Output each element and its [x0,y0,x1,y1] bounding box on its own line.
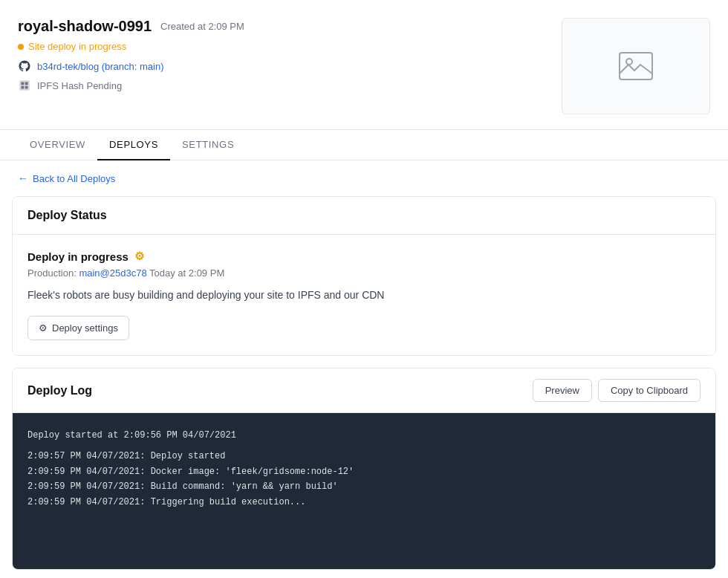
site-title-row: royal-shadow-0991 Created at 2:09 PM [18,18,562,35]
tab-settings[interactable]: SETTINGS [170,130,246,160]
deploy-settings-button[interactable]: ⚙ Deploy settings [27,316,129,340]
repo-link[interactable]: b34rd-tek/blog (branch: main) [37,61,164,72]
svg-point-6 [626,59,632,65]
settings-gear-icon: ⚙ [39,322,48,334]
deploy-in-progress-title: Deploy in progress ⚙ [27,250,701,263]
deploy-description: Fleek's robots are busy building and dep… [27,289,701,301]
back-nav[interactable]: ← Back to All Deploys [0,160,728,196]
svg-rect-2 [25,82,28,85]
log-line-1: 2:09:57 PM 04/07/2021: Deploy started [27,449,701,464]
deploy-log-header: Deploy Log Preview Copy to Clipboard [13,368,715,413]
deploy-status-card: Deploy Status Deploy in progress ⚙ Produ… [12,196,716,356]
ipfs-icon [18,79,31,92]
log-line-2: 2:09:59 PM 04/07/2021: Docker image: 'fl… [27,464,701,479]
svg-rect-5 [620,53,652,79]
preview-button[interactable]: Preview [533,379,592,402]
deploy-status-title: Deploy Status [27,209,107,221]
svg-rect-1 [22,82,25,85]
tab-deploys[interactable]: DEPLOYS [97,130,170,160]
svg-rect-0 [19,80,30,91]
created-at: Created at 2:09 PM [160,21,244,32]
site-name: royal-shadow-0991 [18,18,152,35]
image-placeholder-icon [618,51,654,81]
tabs-nav: OVERVIEW DEPLOYS SETTINGS [0,130,728,160]
tab-overview[interactable]: OVERVIEW [18,130,97,160]
status-text: Site deploy in progress [28,41,126,52]
deploy-meta-time: Today at 2:09 PM [149,267,224,279]
repo-row: b34rd-tek/blog (branch: main) [18,59,562,73]
copy-to-clipboard-button[interactable]: Copy to Clipboard [598,379,701,402]
site-info: royal-shadow-0991 Created at 2:09 PM Sit… [18,18,562,92]
deploy-log-title: Deploy Log [27,384,92,397]
github-icon [18,59,31,73]
spinning-gear-icon: ⚙ [134,250,144,263]
deploy-log-body: Deploy started at 2:09:56 PM 04/07/2021 … [13,413,715,569]
status-dot-icon [18,44,24,50]
back-nav-label: Back to All Deploys [33,173,115,184]
svg-rect-3 [22,86,25,89]
ipfs-hash-text: IPFS Hash Pending [37,80,122,91]
deploy-log-card: Deploy Log Preview Copy to Clipboard Dep… [12,368,716,570]
deploy-in-progress-label: Deploy in progress [27,250,129,263]
deploy-meta: Production: main@25d3c78 Today at 2:09 P… [27,267,701,279]
log-line-start: Deploy started at 2:09:56 PM 04/07/2021 [27,428,701,443]
commit-hash-link[interactable]: main@25d3c78 [79,267,146,279]
svg-rect-4 [25,86,28,89]
log-actions: Preview Copy to Clipboard [533,379,701,402]
deploy-status-header: Deploy Status [13,197,715,235]
deploy-settings-label: Deploy settings [52,322,118,334]
deploy-status-row: Site deploy in progress [18,41,562,52]
back-arrow-icon: ← [18,172,28,184]
log-line-4: 2:09:59 PM 04/07/2021: Triggering build … [27,495,701,510]
deploy-status-body: Deploy in progress ⚙ Production: main@25… [13,235,715,355]
deploy-meta-prefix: Production: [27,267,77,279]
top-section: royal-shadow-0991 Created at 2:09 PM Sit… [0,0,728,130]
log-line-3: 2:09:59 PM 04/07/2021: Build command: 'y… [27,479,701,494]
ipfs-row: IPFS Hash Pending [18,79,562,92]
preview-thumbnail [562,18,710,114]
